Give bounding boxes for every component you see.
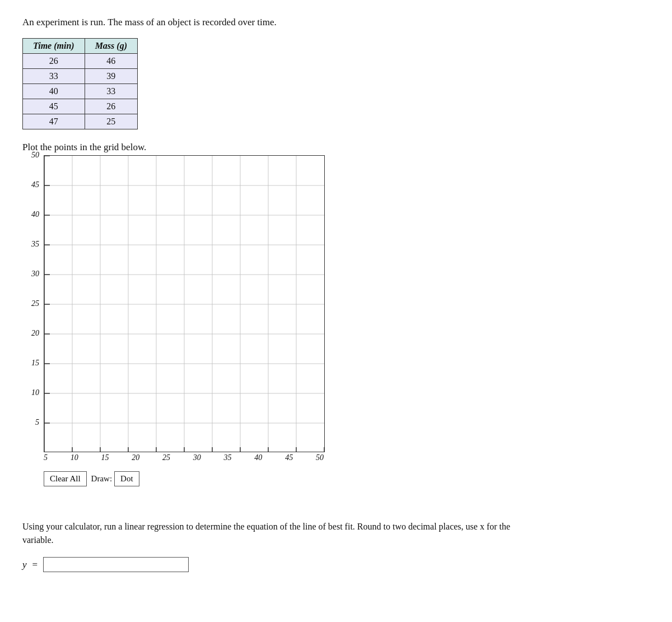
regression-text: Using your calculator, run a linear regr… bbox=[22, 520, 526, 547]
y-label: y bbox=[22, 559, 27, 570]
col-header-time: Time (min) bbox=[23, 39, 85, 54]
x-axis-label: 50 bbox=[316, 453, 324, 462]
table-cell-mass: 26 bbox=[85, 99, 137, 114]
y-axis-label: 30 bbox=[31, 270, 39, 278]
table-cell-mass: 25 bbox=[85, 114, 137, 129]
table-cell-time: 40 bbox=[23, 84, 85, 99]
x-axis-label: 45 bbox=[285, 453, 293, 462]
x-axis-label: 40 bbox=[254, 453, 262, 462]
x-axis-labels: 5101520253035404550 bbox=[44, 452, 324, 462]
x-axis-label: 5 bbox=[44, 453, 48, 462]
graph-area: 5045403530252015105 bbox=[22, 155, 325, 462]
table-cell-mass: 46 bbox=[85, 54, 137, 69]
controls: Clear All Draw: Dot bbox=[44, 471, 650, 486]
y-axis-label: 50 bbox=[31, 151, 39, 159]
x-axis-label: 20 bbox=[132, 453, 139, 462]
intro-text: An experiment is run. The mass of an obj… bbox=[22, 17, 650, 28]
col-header-mass: Mass (g) bbox=[85, 39, 137, 54]
y-axis-label: 15 bbox=[31, 359, 39, 367]
bottom-section: Using your calculator, run a linear regr… bbox=[22, 520, 526, 572]
table-cell-mass: 33 bbox=[85, 84, 137, 99]
table-cell-time: 45 bbox=[23, 99, 85, 114]
x-axis-label: 10 bbox=[71, 453, 78, 462]
graph-inner bbox=[44, 155, 325, 452]
table-cell-mass: 39 bbox=[85, 69, 137, 84]
x-axis-label: 15 bbox=[101, 453, 109, 462]
y-axis-label: 40 bbox=[31, 211, 39, 219]
table-cell-time: 26 bbox=[23, 54, 85, 69]
y-axis-labels: 5045403530252015105 bbox=[22, 155, 41, 452]
x-axis-label: 25 bbox=[162, 453, 170, 462]
equation-row: y = bbox=[22, 557, 526, 572]
equals-sign: = bbox=[32, 559, 38, 570]
y-axis-label: 45 bbox=[31, 181, 39, 189]
graph-container: 5045403530252015105 bbox=[22, 155, 325, 462]
y-axis-label: 10 bbox=[31, 389, 39, 397]
clear-all-button[interactable]: Clear All bbox=[44, 471, 87, 486]
y-axis-label: 20 bbox=[31, 329, 39, 337]
y-axis-label: 35 bbox=[31, 240, 39, 248]
grid-svg[interactable] bbox=[44, 155, 325, 452]
table-cell-time: 47 bbox=[23, 114, 85, 129]
x-axis-label: 30 bbox=[193, 453, 201, 462]
y-axis-label: 5 bbox=[35, 419, 39, 426]
draw-mode-display: Dot bbox=[114, 471, 139, 486]
plot-instructions: Plot the points in the grid below. bbox=[22, 142, 650, 153]
table-cell-time: 33 bbox=[23, 69, 85, 84]
y-axis-label: 25 bbox=[31, 300, 39, 308]
equation-input[interactable] bbox=[43, 557, 189, 572]
x-axis-label: 35 bbox=[224, 453, 232, 462]
draw-label: Draw: bbox=[91, 474, 113, 484]
data-table: Time (min) Mass (g) 26463339403345264725 bbox=[22, 38, 138, 129]
